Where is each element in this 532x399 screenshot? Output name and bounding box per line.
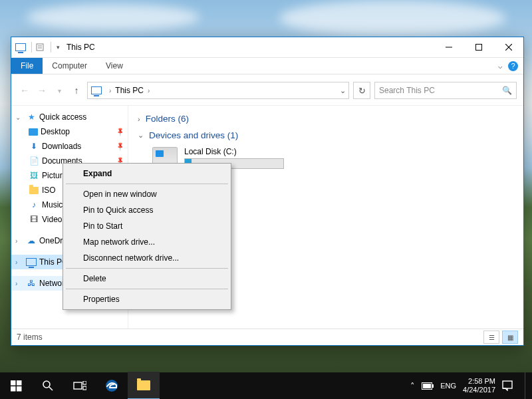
chevron-right-icon[interactable]: ›	[15, 280, 23, 287]
action-center-icon[interactable]	[502, 380, 513, 391]
window-title: This PC	[66, 43, 95, 52]
svg-rect-8	[17, 380, 22, 386]
group-folders[interactable]: › Folders (6)	[138, 114, 514, 124]
minimize-button[interactable]	[434, 37, 464, 57]
ribbon-expand-chevron[interactable]: ⌵	[498, 62, 503, 70]
drive-name: Local Disk (C:)	[184, 147, 284, 156]
svg-rect-9	[11, 386, 16, 392]
svg-rect-15	[83, 386, 86, 390]
large-icons-view-button[interactable]: ▦	[502, 331, 518, 344]
titlebar[interactable]: ▾ This PC	[11, 37, 523, 58]
taskbar-edge[interactable]	[96, 372, 128, 399]
status-bar: 7 items ☰ ▦	[11, 329, 523, 345]
context-menu-separator	[66, 289, 228, 289]
taskbar[interactable]: ˄ ENG 2:58 PM 4/24/2017	[0, 372, 532, 399]
svg-rect-20	[503, 381, 512, 388]
close-button[interactable]	[493, 37, 523, 57]
start-button[interactable]	[0, 372, 32, 399]
address-bar[interactable]: › This PC › ⌄	[87, 82, 349, 99]
folder-icon	[137, 380, 150, 390]
svg-rect-13	[74, 382, 82, 389]
tray-chevron-icon[interactable]: ˄	[410, 381, 415, 391]
address-chevron-icon[interactable]: ›	[109, 87, 111, 94]
downloads-icon: ⬇	[29, 141, 39, 152]
tree-label: Music	[42, 200, 63, 209]
chevron-right-icon[interactable]: ›	[15, 259, 23, 266]
address-chevron-icon[interactable]: ›	[148, 87, 150, 94]
chevron-down-icon[interactable]: ⌄	[138, 131, 144, 140]
context-menu-item[interactable]: Open in new window	[65, 186, 229, 202]
language-indicator[interactable]: ENG	[440, 382, 456, 390]
chevron-down-icon[interactable]: ⌄	[15, 114, 23, 121]
context-menu-item[interactable]: Pin to Start	[65, 218, 229, 234]
show-desktop-button[interactable]	[525, 372, 529, 399]
address-location-icon	[90, 84, 102, 96]
search-taskbar-button[interactable]	[32, 372, 64, 399]
ribbon-tab-computer[interactable]: Computer	[43, 58, 96, 74]
music-icon: ♪	[29, 200, 39, 210]
group-label: Devices and drives (1)	[149, 130, 238, 140]
tree-quick-access[interactable]: ⌄ ★ Quick access	[11, 110, 128, 124]
tree-item-desktop[interactable]: Desktop	[11, 124, 128, 139]
svg-line-12	[49, 387, 53, 390]
search-placeholder: Search This PC	[379, 86, 435, 95]
help-icon[interactable]: ?	[508, 61, 518, 71]
ribbon-tab-file[interactable]: File	[11, 58, 43, 74]
details-view-button[interactable]: ☰	[483, 331, 499, 344]
tree-item-downloads[interactable]: ⬇ Downloads	[11, 139, 128, 154]
back-button[interactable]: ←	[18, 84, 31, 97]
navigation-toolbar: ← → ▾ ↑ › This PC › ⌄ ↻ Search This PC 🔍	[11, 78, 523, 102]
context-menu-item[interactable]: Disconnect network drive...	[65, 250, 229, 266]
tree-label: Desktop	[41, 127, 70, 136]
tray-time: 2:58 PM	[468, 377, 495, 386]
up-button[interactable]: ↑	[70, 84, 83, 97]
battery-icon[interactable]	[422, 382, 434, 390]
svg-rect-10	[17, 386, 22, 392]
svg-rect-14	[83, 381, 86, 384]
context-menu-item[interactable]: Pin to Quick access	[65, 202, 229, 218]
group-devices[interactable]: ⌄ Devices and drives (1)	[138, 130, 514, 140]
onedrive-icon: ☁	[26, 235, 37, 246]
svg-rect-4	[475, 45, 481, 51]
qat-properties-icon[interactable]	[35, 42, 45, 53]
context-menu-item[interactable]: Properties	[65, 291, 229, 307]
ribbon-tab-view[interactable]: View	[96, 58, 132, 74]
context-menu-item[interactable]: Delete	[65, 271, 229, 287]
context-menu-item[interactable]: Map network drive...	[65, 234, 229, 250]
svg-rect-19	[423, 384, 431, 388]
system-tray[interactable]: ˄ ENG 2:58 PM 4/24/2017	[410, 372, 532, 399]
task-view-button[interactable]	[64, 372, 96, 399]
tree-label: ISO	[42, 186, 56, 195]
context-menu-item[interactable]: Expand	[65, 166, 229, 182]
search-input[interactable]: Search This PC 🔍	[374, 82, 517, 99]
status-item-count: 7 items	[17, 332, 43, 342]
taskbar-file-explorer[interactable]	[128, 372, 160, 399]
search-icon: 🔍	[502, 86, 512, 95]
videos-icon: 🎞	[29, 214, 39, 225]
ribbon-tabs: File Computer View ⌵ ?	[11, 58, 523, 74]
chevron-right-icon[interactable]: ›	[15, 237, 23, 245]
folder-icon	[29, 185, 39, 196]
qat-customize-chevron[interactable]: ▾	[54, 44, 63, 51]
network-icon: 🖧	[26, 278, 37, 289]
context-menu: ExpandOpen in new windowPin to Quick acc…	[63, 163, 231, 310]
forward-button[interactable]: →	[35, 84, 49, 97]
documents-icon: 📄	[29, 156, 39, 166]
tree-label: Quick access	[39, 112, 86, 122]
recent-locations-button[interactable]: ▾	[53, 84, 66, 97]
tray-date: 4/24/2017	[463, 386, 495, 394]
address-segment[interactable]: This PC	[115, 86, 144, 95]
svg-rect-18	[432, 384, 434, 388]
address-dropdown-chevron[interactable]: ⌄	[340, 86, 346, 95]
chevron-right-icon[interactable]: ›	[138, 115, 140, 123]
svg-rect-7	[11, 380, 16, 386]
refresh-button[interactable]: ↻	[353, 82, 370, 99]
tray-clock[interactable]: 2:58 PM 4/24/2017	[463, 377, 495, 394]
qat-separator	[31, 42, 32, 53]
desktop-icon	[29, 128, 38, 136]
pictures-icon: 🖼	[29, 170, 39, 181]
context-menu-separator	[66, 268, 228, 269]
qat-separator	[51, 42, 51, 53]
maximize-button[interactable]	[464, 37, 493, 57]
app-icon	[15, 42, 26, 53]
